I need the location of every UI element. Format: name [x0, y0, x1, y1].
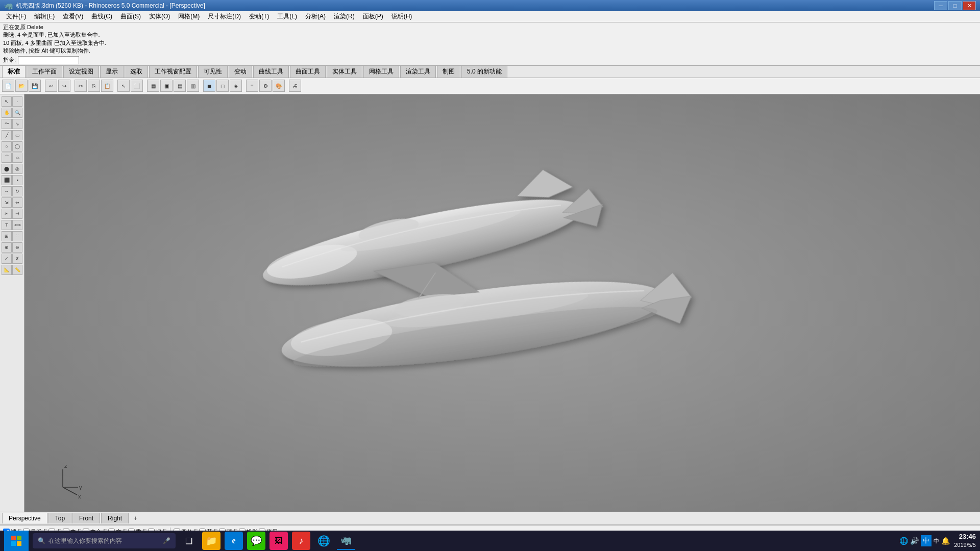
tb-view3[interactable]: ▤ — [174, 80, 186, 92]
lt-snap2[interactable]: ✗ — [12, 254, 22, 264]
ime-icon[interactable]: 中 — [921, 535, 932, 546]
lt-snap1[interactable]: ✓ — [2, 254, 12, 264]
vp-tab-add[interactable]: + — [130, 513, 141, 523]
volume-icon[interactable]: 🔊 — [910, 537, 919, 545]
tb-open[interactable]: 📂 — [15, 80, 28, 92]
vp-tab-perspective[interactable]: Perspective — [2, 513, 47, 523]
menu-tools[interactable]: 工具(L) — [273, 11, 301, 22]
lt-trim[interactable]: ✂ — [2, 209, 12, 219]
menu-analysis[interactable]: 分析(A) — [301, 11, 330, 22]
lt-arc1[interactable]: ⌒ — [2, 153, 12, 163]
app-edge[interactable]: e — [225, 532, 243, 550]
tb-new[interactable]: 📄 — [2, 80, 14, 92]
close-button[interactable]: ✕ — [963, 1, 976, 10]
tb-props[interactable]: ⚙ — [259, 80, 272, 92]
app-photos[interactable]: 🖼 — [270, 532, 288, 550]
lt-mirror[interactable]: ⇔ — [12, 197, 22, 208]
tab-mesh-tools[interactable]: 网格工具 — [363, 65, 399, 78]
tab-viewport-config[interactable]: 工作视窗配置 — [149, 65, 197, 78]
tb-paste[interactable]: 📋 — [101, 80, 113, 92]
tab-setview[interactable]: 设定视图 — [63, 65, 99, 78]
viewport-perspective[interactable]: Perspective ▼ — [24, 94, 980, 512]
tab-surface-tools[interactable]: 曲面工具 — [290, 65, 326, 78]
tb-redo[interactable]: ↪ — [58, 80, 70, 92]
lt-dim[interactable]: ⟺ — [12, 220, 22, 230]
task-view-button[interactable]: ❑ — [180, 532, 198, 550]
menu-solid[interactable]: 实体(O) — [145, 11, 174, 22]
menu-view[interactable]: 查看(V) — [59, 11, 87, 22]
tab-drafting[interactable]: 制图 — [437, 65, 460, 78]
app-rhino[interactable]: 🦏 — [337, 532, 355, 550]
lt-zoom[interactable]: 🔍 — [12, 108, 22, 118]
lt-bool2[interactable]: ⊖ — [12, 242, 22, 253]
lt-analyze1[interactable]: 📐 — [2, 265, 12, 275]
menu-curve[interactable]: 曲线(C) — [87, 11, 116, 22]
lt-sphere1[interactable]: ⬤ — [2, 164, 12, 174]
maximize-button[interactable]: □ — [948, 1, 962, 10]
vp-tab-right[interactable]: Right — [101, 513, 129, 523]
lt-select-arrow[interactable]: ↖ — [2, 96, 12, 107]
lt-array2[interactable]: ∷ — [12, 231, 22, 241]
tab-display[interactable]: 显示 — [100, 65, 124, 78]
lt-extend[interactable]: ⊣ — [12, 209, 22, 219]
tab-new-features[interactable]: 5.0 的新功能 — [461, 65, 507, 78]
tab-render-tools[interactable]: 渲染工具 — [400, 65, 436, 78]
menu-help[interactable]: 说明(H) — [387, 11, 416, 22]
menu-surface[interactable]: 曲面(S) — [116, 11, 145, 22]
lt-line2[interactable]: ▭ — [12, 130, 22, 140]
menu-file[interactable]: 文件(F) — [2, 11, 30, 22]
lt-array1[interactable]: ⊞ — [2, 231, 12, 241]
menu-panel[interactable]: 面板(P) — [359, 11, 387, 22]
notification-icon[interactable]: 🔔 — [941, 537, 950, 545]
tb-shading2[interactable]: ◻ — [216, 80, 229, 92]
lt-arc2[interactable]: ⌓ — [12, 153, 22, 163]
lt-line1[interactable]: ╱ — [2, 130, 12, 140]
tb-shading1[interactable]: ◼ — [203, 80, 215, 92]
tb-print[interactable]: 🖨 — [289, 80, 301, 92]
vp-tab-top[interactable]: Top — [48, 513, 71, 523]
tab-visibility[interactable]: 可见性 — [198, 65, 228, 78]
menu-transform[interactable]: 变动(T) — [245, 11, 273, 22]
language-icon[interactable]: 中 — [934, 537, 939, 545]
lt-curve2[interactable]: ∿ — [12, 119, 22, 129]
tab-transform[interactable]: 变动 — [229, 65, 252, 78]
menu-render[interactable]: 渲染(R) — [330, 11, 359, 22]
menu-edit[interactable]: 编辑(E) — [30, 11, 59, 22]
lt-pan[interactable]: ✋ — [2, 108, 12, 118]
app-chrome[interactable]: 🌐 — [314, 532, 333, 550]
start-button[interactable] — [4, 531, 29, 551]
tb-window-select[interactable]: ⬜ — [131, 80, 143, 92]
tb-save[interactable]: 💾 — [29, 80, 41, 92]
search-bar[interactable]: 🔍 在这里输入你要搜索的内容 🎤 — [33, 533, 176, 548]
clock[interactable]: 23:46 2019/5/5 — [954, 533, 976, 548]
lt-select-point[interactable]: · — [12, 96, 22, 107]
tb-undo[interactable]: ↩ — [45, 80, 57, 92]
tb-view1[interactable]: ▦ — [147, 80, 159, 92]
lt-circle2[interactable]: ◯ — [12, 141, 22, 152]
lt-bool1[interactable]: ⊕ — [2, 242, 12, 253]
lt-rotate[interactable]: ↻ — [12, 186, 22, 196]
lt-analyze2[interactable]: 📏 — [12, 265, 22, 275]
tb-view2[interactable]: ▣ — [160, 80, 173, 92]
tb-cut[interactable]: ✂ — [75, 80, 87, 92]
menu-mesh[interactable]: 网格(M) — [174, 11, 204, 22]
lt-circle1[interactable]: ○ — [2, 141, 12, 152]
tb-render[interactable]: 🎨 — [273, 80, 285, 92]
vp-tab-front[interactable]: Front — [72, 513, 100, 523]
tab-select[interactable]: 选取 — [125, 65, 148, 78]
tab-workplane[interactable]: 工作平面 — [27, 65, 62, 78]
tab-standard[interactable]: 标准 — [2, 65, 26, 78]
tb-view4[interactable]: ▥ — [187, 80, 199, 92]
lt-sphere2[interactable]: ◎ — [12, 164, 22, 174]
lt-text[interactable]: T — [2, 220, 12, 230]
network-icon[interactable]: 🌐 — [899, 537, 908, 545]
tb-shading3[interactable]: ◈ — [230, 80, 242, 92]
menu-dimension[interactable]: 尺寸标注(D) — [204, 11, 245, 22]
command-input[interactable] — [18, 56, 79, 64]
lt-move[interactable]: ↔ — [2, 186, 12, 196]
tb-layer[interactable]: ≡ — [246, 80, 258, 92]
tab-solid-tools[interactable]: 实体工具 — [327, 65, 362, 78]
tb-select[interactable]: ↖ — [117, 80, 130, 92]
tab-curve-tools[interactable]: 曲线工具 — [253, 65, 289, 78]
tb-copy[interactable]: ⎘ — [88, 80, 100, 92]
